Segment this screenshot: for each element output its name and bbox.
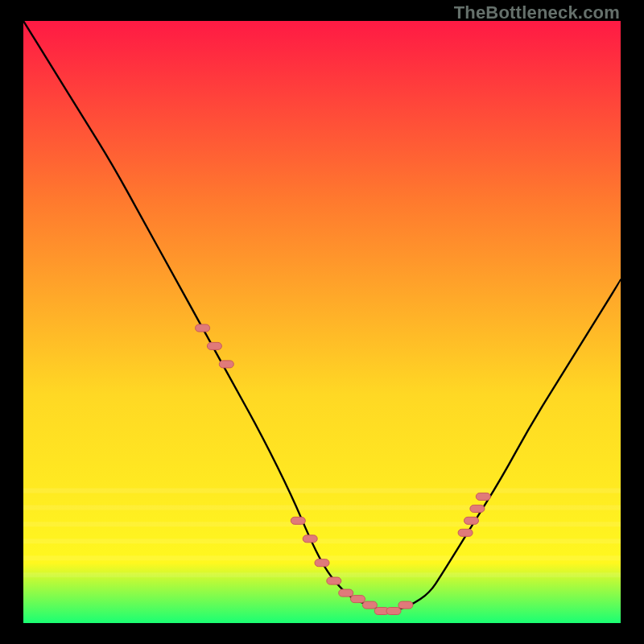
- curve-marker: [398, 601, 413, 609]
- chart-frame: [23, 21, 621, 623]
- watermark-text: TheBottleneck.com: [454, 2, 620, 23]
- curve-marker: [303, 535, 317, 543]
- curve-marker: [464, 517, 479, 524]
- curve-marker: [315, 559, 329, 567]
- gradient-background: [23, 21, 621, 623]
- curve-marker: [339, 589, 353, 597]
- curve-marker: [362, 601, 377, 609]
- curve-marker: [351, 596, 365, 603]
- curve-marker: [476, 493, 490, 500]
- curve-marker: [458, 529, 473, 536]
- curve-marker: [327, 577, 341, 584]
- curve-marker: [291, 517, 305, 524]
- curve-marker: [219, 361, 233, 368]
- curve-marker: [386, 608, 401, 615]
- bottleneck-chart: [23, 21, 621, 623]
- curve-marker: [196, 324, 210, 332]
- curve-marker: [470, 505, 485, 512]
- curve-marker: [207, 342, 221, 349]
